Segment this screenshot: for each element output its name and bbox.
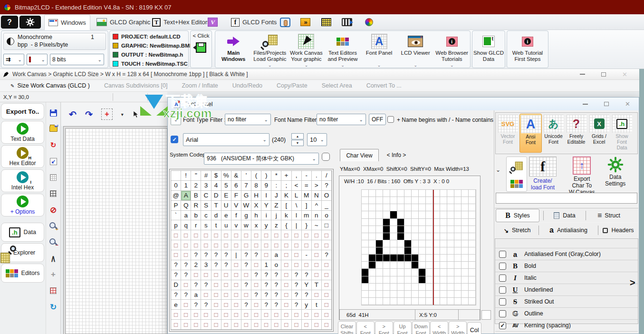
char-cell[interactable]: □ bbox=[211, 320, 221, 330]
pixel-cell[interactable] bbox=[376, 204, 383, 211]
char-cell[interactable]: ] bbox=[302, 201, 312, 211]
pixel-cell[interactable] bbox=[454, 269, 461, 276]
pixel-cell[interactable] bbox=[433, 233, 440, 240]
pixel-cell[interactable] bbox=[440, 219, 447, 226]
char-cell[interactable]: Q bbox=[181, 201, 191, 211]
char-cell[interactable]: A bbox=[181, 191, 191, 201]
char-cell[interactable]: □ bbox=[322, 280, 332, 290]
pixel-cell[interactable] bbox=[412, 226, 419, 233]
char-cell[interactable]: ? bbox=[241, 300, 251, 310]
pixel-cell[interactable] bbox=[454, 190, 461, 197]
redo-button[interactable]: ↷ bbox=[85, 109, 93, 120]
preview-scroll-button[interactable] bbox=[481, 310, 491, 320]
filter-off-button[interactable]: OFF bbox=[369, 114, 386, 125]
char-cell[interactable]: ( bbox=[251, 171, 261, 181]
pixel-cell[interactable] bbox=[376, 284, 383, 291]
pixel-cell[interactable] bbox=[383, 291, 390, 298]
pixel-cell[interactable] bbox=[362, 197, 369, 204]
char-cell[interactable]: F bbox=[231, 191, 241, 201]
char-cell[interactable]: □ bbox=[281, 320, 291, 330]
char-cell[interactable]: } bbox=[302, 220, 312, 230]
char-cell[interactable]: □ bbox=[241, 320, 251, 330]
char-cell[interactable]: ? bbox=[211, 260, 221, 270]
nav-font-button[interactable]: < Font bbox=[356, 321, 375, 334]
pixel-cell[interactable] bbox=[447, 262, 454, 269]
char-cell[interactable]: 2 bbox=[191, 181, 201, 191]
char-cell[interactable]: □ bbox=[211, 300, 221, 310]
pixel-cell[interactable] bbox=[454, 291, 461, 298]
pixel-cell[interactable] bbox=[469, 219, 476, 226]
pixel-cell[interactable] bbox=[461, 219, 469, 226]
char-cell[interactable]: l bbox=[292, 211, 302, 221]
char-cell[interactable]: K bbox=[281, 191, 291, 201]
char-cell[interactable]: @ bbox=[171, 191, 181, 201]
char-cell[interactable]: □ bbox=[251, 300, 261, 310]
pixel-cell[interactable] bbox=[369, 247, 376, 255]
style-row-antialiased-font-gray-color[interactable]: aAntialiased Font (Gray,Color) bbox=[495, 248, 638, 260]
pixel-cell[interactable] bbox=[369, 226, 376, 233]
pixel-cell[interactable] bbox=[469, 233, 476, 240]
char-cell[interactable]: D bbox=[171, 280, 181, 290]
char-cell[interactable]: j bbox=[271, 211, 281, 221]
pixel-cell[interactable] bbox=[383, 276, 390, 284]
pixel-cell[interactable] bbox=[397, 255, 404, 262]
pixel-cell[interactable] bbox=[383, 298, 390, 305]
char-cell[interactable]: ! bbox=[181, 171, 191, 181]
pixel-cell[interactable] bbox=[469, 211, 476, 218]
char-cell[interactable]: Z bbox=[271, 201, 281, 211]
pixel-cell[interactable] bbox=[397, 240, 404, 247]
char-cell[interactable]: | bbox=[292, 220, 302, 230]
char-cell[interactable]: ? bbox=[292, 280, 302, 290]
char-cell[interactable]: ? bbox=[292, 290, 302, 300]
char-cell[interactable]: ? bbox=[261, 290, 271, 300]
pixel-cell[interactable] bbox=[390, 276, 397, 284]
char-cell[interactable]: - bbox=[302, 250, 312, 260]
explorer-button[interactable]: Explorer bbox=[1, 243, 44, 262]
ansi-font-button[interactable]: AAnsi Font bbox=[519, 114, 542, 153]
char-cell[interactable]: □ bbox=[302, 310, 312, 320]
char-cell[interactable]: □ bbox=[221, 240, 231, 250]
pixel-cell[interactable] bbox=[454, 247, 461, 255]
pixel-cell[interactable] bbox=[433, 219, 440, 226]
pixel-cell[interactable] bbox=[369, 240, 376, 247]
toolbar-button-web-tutorial-first-steps[interactable]: iWeb Tutorial First Steps bbox=[507, 31, 548, 68]
pixel-cell[interactable] bbox=[440, 197, 447, 204]
pixel-cell[interactable] bbox=[369, 197, 376, 204]
char-cell[interactable]: □ bbox=[181, 250, 191, 260]
font-size-select[interactable]: 10⌄ bbox=[307, 133, 327, 146]
char-cell[interactable]: □ bbox=[281, 260, 291, 270]
char-cell[interactable]: D bbox=[211, 191, 221, 201]
char-cell[interactable]: W bbox=[241, 201, 251, 211]
pixel-cell[interactable] bbox=[362, 190, 369, 197]
char-cell[interactable]: □ bbox=[191, 310, 201, 320]
char-cell[interactable]: . bbox=[312, 171, 322, 181]
pixel-cell[interactable] bbox=[412, 211, 419, 218]
pixel-cell[interactable] bbox=[397, 262, 404, 269]
pixel-cell[interactable] bbox=[397, 298, 404, 305]
pixel-cell[interactable] bbox=[383, 255, 390, 262]
nav-up-font-button[interactable]: Up Font bbox=[394, 321, 412, 334]
pixel-cell[interactable] bbox=[440, 269, 447, 276]
char-cell[interactable]: ? bbox=[302, 270, 312, 280]
pixel-cell[interactable] bbox=[412, 276, 419, 284]
pixel-cell[interactable] bbox=[362, 284, 369, 291]
char-cell[interactable]: E bbox=[221, 191, 231, 201]
pixel-cell[interactable] bbox=[447, 197, 454, 204]
grid-bold-button[interactable] bbox=[48, 189, 58, 198]
name-contains-checkbox[interactable] bbox=[387, 116, 394, 123]
pixel-cell[interactable] bbox=[461, 211, 469, 218]
data-button[interactable]: .hData bbox=[1, 223, 44, 242]
pixel-cell[interactable] bbox=[433, 291, 440, 298]
char-cell[interactable]: □ bbox=[281, 290, 291, 300]
style-row-outline[interactable]: GOutline bbox=[495, 308, 638, 320]
pixel-cell[interactable] bbox=[362, 276, 369, 284]
zoom-in-button[interactable]: + bbox=[48, 221, 58, 231]
char-cell[interactable]: $ bbox=[211, 171, 221, 181]
pixel-cell[interactable] bbox=[383, 197, 390, 204]
pixel-cell[interactable] bbox=[383, 233, 390, 240]
char-cell[interactable]: □ bbox=[181, 240, 191, 250]
pixel-cell[interactable] bbox=[433, 247, 440, 255]
char-cell[interactable]: B bbox=[191, 191, 201, 201]
pixel-cell[interactable] bbox=[404, 197, 412, 204]
checkbox-icon[interactable] bbox=[499, 286, 506, 294]
